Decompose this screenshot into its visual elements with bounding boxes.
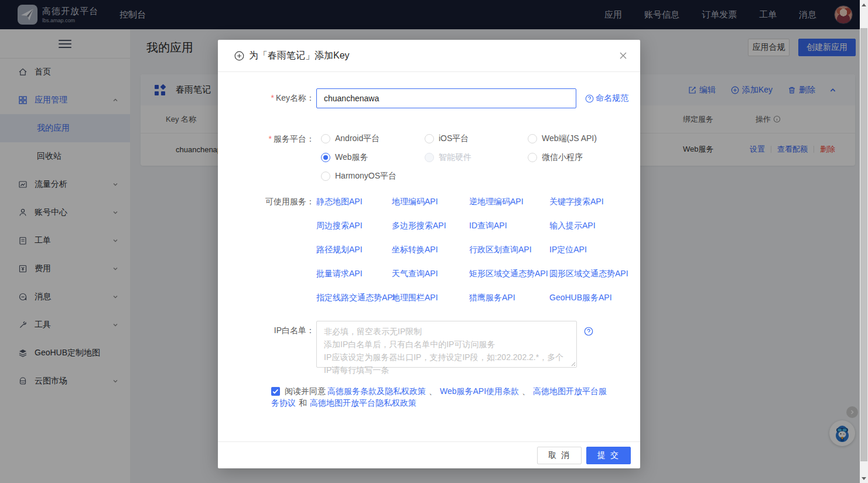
radio-smart-hardware: 智能硬件 — [425, 152, 528, 163]
textarea-resize-handle[interactable] — [570, 361, 575, 366]
ip-whitelist-textarea[interactable]: 非必填，留空表示无IP限制 添加IP白名单后，只有白名单中的IP可访问服务 IP… — [316, 321, 577, 368]
radio-disabled-icon — [425, 153, 434, 162]
key-name-input[interactable] — [316, 88, 576, 108]
radio-android[interactable]: Android平台 — [321, 133, 425, 144]
radio-web-js-api[interactable]: Web端(JS API) — [528, 133, 597, 144]
service-link[interactable]: 天气查询API — [392, 269, 469, 279]
radio-icon — [321, 134, 330, 143]
scroll-up-arrow[interactable] — [860, 0, 868, 9]
service-link[interactable]: 多边形搜索API — [392, 221, 469, 231]
service-link[interactable]: 输入提示API — [549, 221, 633, 231]
required-mark: * — [271, 93, 274, 102]
service-link[interactable]: 批量请求API — [316, 269, 392, 279]
modal-header: 为「春雨笔记」添加Key — [218, 40, 640, 72]
question-circle-icon — [585, 94, 594, 103]
scrollbar-thumb[interactable] — [860, 28, 867, 461]
service-link[interactable]: 周边搜索API — [316, 221, 392, 231]
browser-scrollbar[interactable] — [860, 0, 868, 483]
radio-web-service[interactable]: Web服务 — [321, 152, 425, 163]
radio-icon — [528, 153, 537, 162]
ip-placeholder-line: IP应该设定为服务器出口IP，支持设定IP段，如:202.202.2.*，多个I… — [324, 351, 569, 376]
service-link[interactable]: 关键字搜索API — [549, 197, 633, 207]
service-link[interactable]: GeoHUB服务API — [549, 293, 633, 303]
circle-plus-icon — [234, 51, 244, 61]
ip-placeholder-line: 非必填，留空表示无IP限制 — [324, 325, 569, 338]
service-link[interactable]: 猎鹰服务API — [469, 293, 549, 303]
key-name-label: *Key名称： — [218, 93, 315, 104]
radio-harmonyos[interactable]: HarmonyOS平台 — [321, 171, 425, 181]
radio-wechat-miniprogram[interactable]: 微信小程序 — [528, 152, 597, 163]
radio-icon — [528, 134, 537, 143]
close-icon[interactable] — [618, 50, 628, 61]
app-window: 高德开放平台 lbs.amap.com 控制台 应用 账号信息 订单发票 工单 … — [0, 0, 868, 483]
ip-whitelist-label: IP白名单： — [218, 321, 315, 368]
service-link[interactable]: 静态地图API — [316, 197, 392, 207]
services-row: 可使用服务： 静态地图API 地理编码API 逆地理编码API 关键字搜索API… — [218, 197, 640, 303]
agreement-prefix: 阅读并同意 — [285, 386, 326, 396]
ip-placeholder-line: 添加IP白名单后，只有白名单中的IP可访问服务 — [324, 338, 569, 351]
service-link[interactable]: 地理编码API — [392, 197, 469, 207]
ip-whitelist-row: IP白名单： 非必填，留空表示无IP限制 添加IP白名单后，只有白名单中的IP可… — [218, 321, 640, 368]
naming-rules-link[interactable]: 命名规范 — [585, 93, 628, 104]
agreement-row: 阅读并同意高德服务条款及隐私权政策、Web服务API使用条款、高德地图开放平台服… — [218, 385, 640, 409]
modal-footer: 取 消 提 交 — [218, 441, 640, 468]
platform-options: Android平台 iOS平台 Web端(JS API) Web服务 智能硬件 … — [321, 133, 597, 181]
add-key-modal: 为「春雨笔记」添加Key *Key名称： 命名规范 *服务平台： Android… — [218, 40, 640, 468]
terms-link-privacy-policy[interactable]: 高德地图开放平台隐私权政策 — [310, 398, 416, 407]
platform-label: *服务平台： — [218, 133, 315, 181]
service-link[interactable]: 地理围栏API — [392, 293, 469, 303]
agreement-checkbox[interactable] — [271, 387, 280, 396]
service-link[interactable]: ID查询API — [469, 221, 549, 231]
required-mark: * — [269, 134, 272, 143]
service-links: 静态地图API 地理编码API 逆地理编码API 关键字搜索API 周边搜索AP… — [316, 197, 633, 303]
check-icon — [271, 387, 280, 396]
cancel-button[interactable]: 取 消 — [537, 447, 582, 464]
terms-link-amap[interactable]: 高德服务条款及隐私权政策 — [327, 386, 426, 396]
modal-title: 为「春雨笔记」添加Key — [234, 50, 350, 62]
service-link[interactable]: 指定线路交通态势API — [316, 293, 392, 303]
radio-icon — [425, 134, 434, 143]
service-link[interactable]: 行政区划查询API — [469, 245, 549, 255]
platform-row: *服务平台： Android平台 iOS平台 Web端(JS API) Web服… — [218, 133, 640, 181]
radio-icon — [321, 172, 330, 181]
service-link[interactable]: IP定位API — [549, 245, 633, 255]
terms-link-web-api[interactable]: Web服务API使用条款 — [440, 386, 519, 396]
service-link[interactable]: 路径规划API — [316, 245, 392, 255]
scroll-down-arrow[interactable] — [860, 474, 868, 483]
key-name-row: *Key名称： 命名规范 — [218, 88, 640, 108]
submit-button[interactable]: 提 交 — [586, 447, 631, 464]
service-link[interactable]: 坐标转换API — [392, 245, 469, 255]
separator: 、 — [522, 386, 530, 396]
radio-selected-icon — [321, 153, 330, 162]
service-link[interactable]: 圆形区域交通态势API — [549, 269, 633, 279]
service-link[interactable]: 矩形区域交通态势API — [469, 269, 549, 279]
service-link[interactable]: 逆地理编码API — [469, 197, 549, 207]
question-circle-icon[interactable] — [584, 327, 593, 336]
services-label: 可使用服务： — [218, 197, 315, 303]
radio-ios[interactable]: iOS平台 — [425, 133, 528, 144]
separator: 和 — [299, 398, 307, 407]
separator: 、 — [429, 386, 437, 396]
